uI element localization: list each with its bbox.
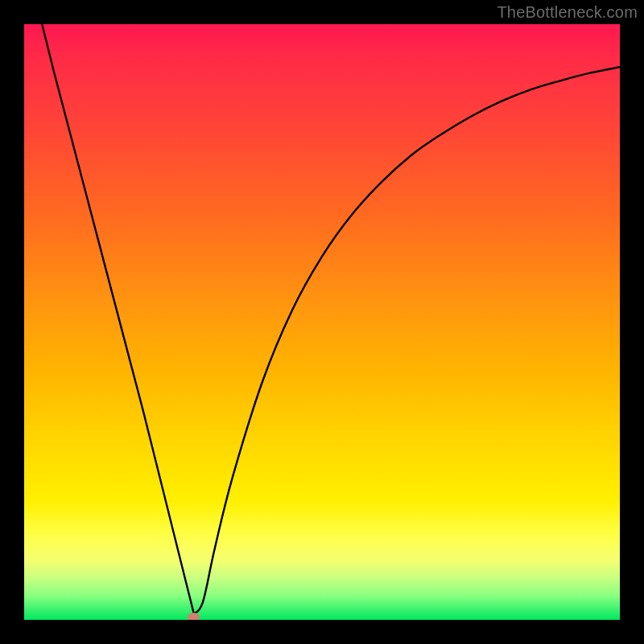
plot-area (24, 24, 620, 620)
curve-svg (24, 24, 620, 620)
bottleneck-curve (42, 24, 620, 614)
attribution-text: TheBottleneck.com (497, 3, 638, 22)
chart-frame: TheBottleneck.com (0, 0, 644, 644)
optimal-marker (188, 613, 200, 620)
